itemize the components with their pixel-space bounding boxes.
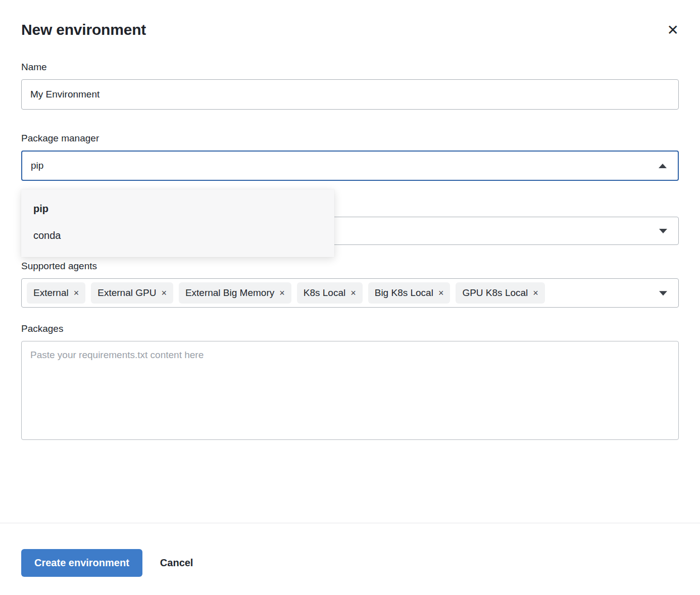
tag-remove-icon[interactable]: × — [74, 288, 79, 298]
tag-remove-icon[interactable]: × — [533, 288, 538, 298]
package-manager-select[interactable]: pip — [21, 151, 679, 181]
agent-tag-label: External — [33, 287, 69, 299]
modal-header: New environment ✕ — [21, 0, 679, 38]
agent-tag-label: External GPU — [97, 287, 156, 299]
packages-label: Packages — [21, 323, 679, 334]
package-manager-label: Package manager — [21, 133, 679, 144]
supported-agents-label: Supported agents — [21, 261, 679, 272]
tag-remove-icon[interactable]: × — [279, 288, 285, 298]
agent-tag-label: External Big Memory — [185, 287, 274, 299]
agent-tag: External GPU × — [91, 282, 173, 304]
dropdown-option-conda[interactable]: conda — [21, 222, 334, 249]
agent-tag: GPU K8s Local × — [456, 282, 544, 304]
agent-tag: K8s Local × — [297, 282, 363, 304]
tag-remove-icon[interactable]: × — [161, 288, 167, 298]
page-title: New environment — [21, 21, 146, 38]
package-manager-dropdown: pip conda — [21, 189, 334, 257]
agent-tag-label: GPU K8s Local — [462, 287, 528, 299]
cancel-button[interactable]: Cancel — [157, 557, 196, 569]
modal-footer: Create environment Cancel — [0, 523, 700, 577]
package-manager-selected-value: pip — [31, 160, 43, 171]
packages-textarea[interactable] — [21, 341, 679, 440]
agent-tag: External Big Memory × — [179, 282, 291, 304]
chevron-down-icon — [659, 291, 667, 295]
agent-tag: External × — [27, 282, 85, 304]
close-icon[interactable]: ✕ — [664, 22, 682, 38]
chevron-down-icon — [659, 229, 667, 233]
package-manager-select-wrap: pip pip conda — [21, 151, 679, 181]
name-input[interactable] — [21, 79, 679, 110]
agent-tag-label: Big K8s Local — [375, 287, 433, 299]
tag-remove-icon[interactable]: × — [438, 288, 444, 298]
chevron-up-icon — [659, 164, 667, 168]
agent-tag-label: K8s Local — [304, 287, 345, 299]
name-field-label: Name — [21, 62, 679, 73]
modal: New environment ✕ Name Package manager p… — [0, 0, 700, 440]
dropdown-option-pip[interactable]: pip — [21, 195, 334, 222]
supported-agents-multiselect[interactable]: External × External GPU × External Big M… — [21, 278, 679, 308]
tag-remove-icon[interactable]: × — [351, 288, 356, 298]
agent-tag: Big K8s Local × — [368, 282, 451, 304]
create-environment-button[interactable]: Create environment — [21, 549, 142, 577]
